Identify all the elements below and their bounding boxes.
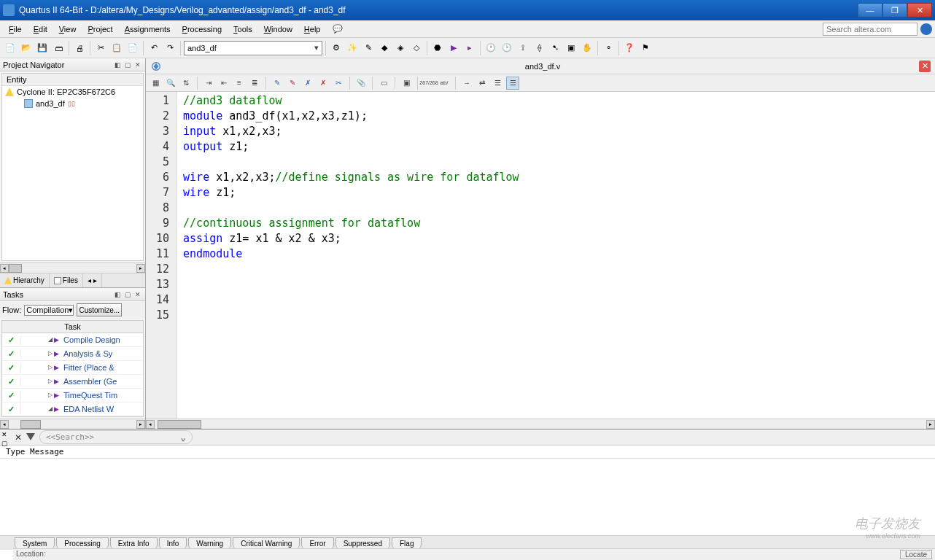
- arrow-icon[interactable]: ➷: [548, 41, 562, 55]
- task-row[interactable]: ✓▷▶Analysis & Sy: [2, 347, 143, 361]
- play-icon[interactable]: ▶: [446, 41, 461, 55]
- help-icon[interactable]: ❓: [622, 41, 637, 55]
- new-file-icon[interactable]: 📄: [3, 41, 18, 55]
- clock1-icon[interactable]: 🕐: [484, 41, 498, 55]
- msg-tab-suppressed[interactable]: Suppressed: [335, 537, 390, 549]
- msg-tab-processing[interactable]: Processing: [56, 537, 108, 549]
- et-mark4-icon[interactable]: ✗: [317, 77, 330, 90]
- scroll-thumb[interactable]: [158, 420, 201, 429]
- et-arrow1-icon[interactable]: →: [460, 77, 473, 90]
- et-ab-icon[interactable]: ab/: [438, 77, 451, 90]
- tasks-float-icon[interactable]: ◧: [113, 290, 122, 299]
- et-box-icon[interactable]: ▣: [400, 77, 413, 90]
- entity-tree[interactable]: Entity Cyclone II: EP2C35F672C6 and3_df …: [1, 73, 144, 261]
- print-icon[interactable]: 🖨: [72, 41, 87, 55]
- scroll-left-icon[interactable]: ◂: [146, 420, 155, 429]
- et-updown-icon[interactable]: ⇅: [179, 77, 193, 90]
- chip4-icon[interactable]: ▣: [564, 41, 578, 55]
- msg-tab-warning[interactable]: Warning: [188, 537, 231, 549]
- task-row[interactable]: ✓▷▶TimeQuest Tim: [2, 389, 143, 402]
- menu-project[interactable]: Project: [82, 22, 118, 36]
- flow-combo[interactable]: Compilation: [24, 305, 74, 316]
- msg-search-input[interactable]: <<Search>>: [39, 430, 193, 444]
- chip-icon[interactable]: ◆: [377, 41, 392, 55]
- tasks-pin-icon[interactable]: ▢: [123, 290, 132, 299]
- locate-button[interactable]: Locate: [900, 550, 932, 559]
- et-outdent-icon[interactable]: ⇤: [217, 77, 230, 90]
- panel-float-icon[interactable]: ◧: [113, 61, 122, 69]
- chip2-icon[interactable]: ◈: [393, 41, 408, 55]
- save-icon[interactable]: 💾: [35, 41, 50, 55]
- et-268-icon[interactable]: 267/268: [422, 77, 435, 90]
- msg-body[interactable]: [0, 459, 935, 535]
- hand-icon[interactable]: ✋: [580, 41, 594, 55]
- menu-edit[interactable]: Edit: [28, 22, 53, 36]
- scroll-right-icon[interactable]: ▸: [136, 264, 145, 273]
- task-row[interactable]: ✓▷▶Assembler (Ge: [2, 375, 143, 389]
- settings-icon[interactable]: ⚙: [329, 41, 344, 55]
- tasks-hscroll[interactable]: ◂ ▸: [0, 419, 145, 429]
- globe-icon[interactable]: [920, 23, 932, 35]
- tab-more[interactable]: ◂ ▸: [83, 273, 102, 287]
- scroll-right-icon[interactable]: ▸: [926, 420, 935, 429]
- gate1-icon[interactable]: ⟟: [516, 41, 530, 55]
- entity-tree-item[interactable]: and3_df ▯▯: [2, 98, 143, 109]
- play-icon[interactable]: ▶: [54, 378, 59, 385]
- menu-view[interactable]: View: [53, 22, 82, 36]
- expand-icon[interactable]: ▷: [48, 392, 53, 399]
- cut-icon[interactable]: ✂: [93, 41, 108, 55]
- customize-button[interactable]: Customize...: [77, 303, 122, 316]
- et-sel-icon[interactable]: ▭: [377, 77, 390, 90]
- et-clip-icon[interactable]: 📎: [354, 77, 368, 90]
- open-file-icon[interactable]: 📂: [19, 41, 34, 55]
- wand-icon[interactable]: ✨: [345, 41, 360, 55]
- msg-x-icon[interactable]: ✕: [15, 432, 22, 443]
- file-tab[interactable]: and3_df.v: [522, 62, 563, 71]
- node-icon[interactable]: ⚬: [601, 41, 616, 55]
- panel-pin-icon[interactable]: ▢: [123, 61, 132, 69]
- play-icon[interactable]: ▶: [54, 350, 59, 357]
- menu-window[interactable]: Window: [258, 22, 298, 36]
- msg-tab-info[interactable]: Info: [159, 537, 187, 549]
- et-mark3-icon[interactable]: ✗: [301, 77, 314, 90]
- task-row[interactable]: ✓◢▶EDA Netlist W: [2, 402, 143, 416]
- msg-tab-flag[interactable]: Flag: [392, 537, 422, 549]
- clock2-icon[interactable]: 🕑: [500, 41, 514, 55]
- play-icon[interactable]: ▶: [54, 364, 59, 371]
- editor-hscroll[interactable]: ◂ ▸: [146, 419, 935, 429]
- expand-icon[interactable]: ▷: [48, 350, 53, 357]
- expand-icon[interactable]: ▷: [48, 378, 53, 385]
- msg-pin-icon[interactable]: ▢: [1, 440, 9, 447]
- close-tab-icon[interactable]: ✕: [919, 61, 931, 72]
- redo-icon[interactable]: ↷: [163, 41, 177, 55]
- save-all-icon[interactable]: 🗃: [51, 41, 66, 55]
- search-input[interactable]: [823, 23, 917, 36]
- task-row[interactable]: ✓◢▶Compile Design: [2, 333, 143, 347]
- chip3-icon[interactable]: ◇: [409, 41, 424, 55]
- tasks-close-icon[interactable]: ✕: [133, 290, 142, 299]
- code-content[interactable]: //and3 dataflowmodule and3_df(x1,x2,x3,z…: [177, 92, 525, 419]
- menu-help-icon[interactable]: 💬: [327, 21, 349, 36]
- msg-close-icon[interactable]: ✕: [1, 431, 9, 438]
- scroll-left-icon[interactable]: ◂: [0, 420, 9, 429]
- scroll-thumb[interactable]: [20, 420, 41, 429]
- et-mark1-icon[interactable]: ✎: [271, 77, 284, 90]
- tab-files[interactable]: Files: [50, 273, 83, 287]
- paste-icon[interactable]: 📄: [125, 41, 140, 55]
- et-wrap-icon[interactable]: ☰: [506, 77, 519, 90]
- et-jusleft-icon[interactable]: ≡: [233, 77, 246, 90]
- flag-icon[interactable]: ⚑: [638, 41, 653, 55]
- scroll-left-icon[interactable]: ◂: [0, 264, 9, 273]
- code-editor[interactable]: 123456789101112131415 //and3 dataflowmod…: [146, 92, 935, 419]
- menu-help[interactable]: Help: [298, 22, 327, 36]
- nav-hscroll[interactable]: ◂ ▸: [0, 262, 145, 273]
- et-jusright-icon[interactable]: ≣: [248, 77, 261, 90]
- et-find-icon[interactable]: 🔍: [164, 77, 177, 90]
- close-button[interactable]: ✕: [907, 3, 932, 18]
- minimize-button[interactable]: —: [858, 3, 882, 18]
- device-tree-item[interactable]: Cyclone II: EP2C35F672C6: [2, 86, 143, 98]
- expand-icon[interactable]: ◢: [48, 405, 53, 413]
- panel-close-icon[interactable]: ✕: [133, 61, 142, 69]
- play2-icon[interactable]: ▸: [462, 41, 477, 55]
- scroll-thumb[interactable]: [9, 264, 22, 273]
